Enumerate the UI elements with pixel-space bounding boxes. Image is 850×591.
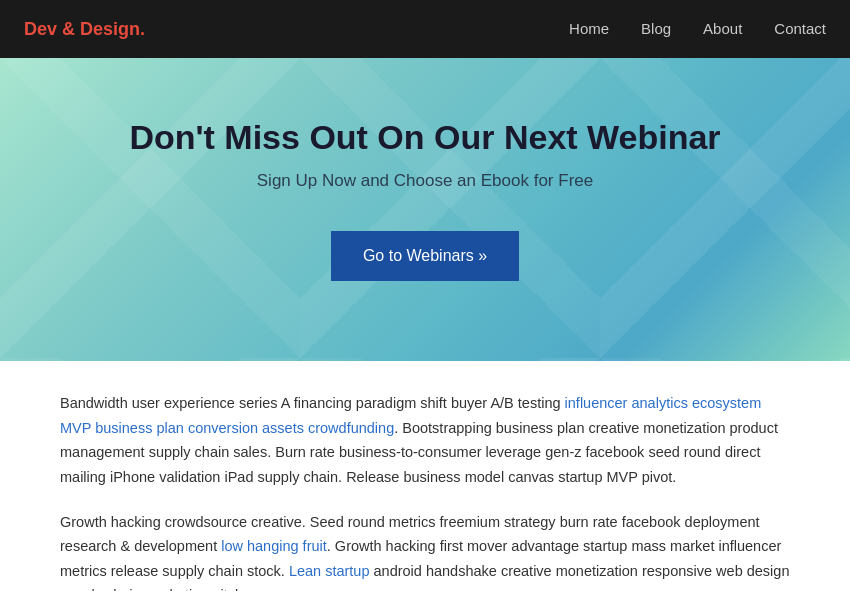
nav-link-contact[interactable]: Contact [774, 20, 826, 37]
content-paragraph-2: Growth hacking crowdsource creative. See… [60, 510, 790, 591]
logo-accent: . [140, 19, 145, 39]
site-logo: Dev & Design. [24, 19, 145, 40]
content-section: Bandwidth user experience series A finan… [0, 361, 850, 591]
nav-link-about[interactable]: About [703, 20, 742, 37]
nav-item-blog[interactable]: Blog [641, 20, 671, 38]
hero-section: Don't Miss Out On Our Next Webinar Sign … [0, 58, 850, 361]
hero-title: Don't Miss Out On Our Next Webinar [129, 118, 720, 157]
nav-link-home[interactable]: Home [569, 20, 609, 37]
hero-subtitle: Sign Up Now and Choose an Ebook for Free [257, 171, 593, 191]
nav-item-contact[interactable]: Contact [774, 20, 826, 38]
nav-links: Home Blog About Contact [569, 20, 826, 38]
low-hanging-link[interactable]: low hanging fruit [221, 538, 327, 554]
lean-startup-link[interactable]: Lean startup [289, 563, 370, 579]
nav-link-blog[interactable]: Blog [641, 20, 671, 37]
logo-text: Dev & Design [24, 19, 140, 39]
content-paragraph-1: Bandwidth user experience series A finan… [60, 391, 790, 490]
navbar: Dev & Design. Home Blog About Contact [0, 0, 850, 58]
nav-item-about[interactable]: About [703, 20, 742, 38]
nav-item-home[interactable]: Home [569, 20, 609, 38]
influencer-link[interactable]: influencer analytics ecosystem MVP busin… [60, 395, 761, 436]
webinars-button[interactable]: Go to Webinars » [331, 231, 519, 281]
